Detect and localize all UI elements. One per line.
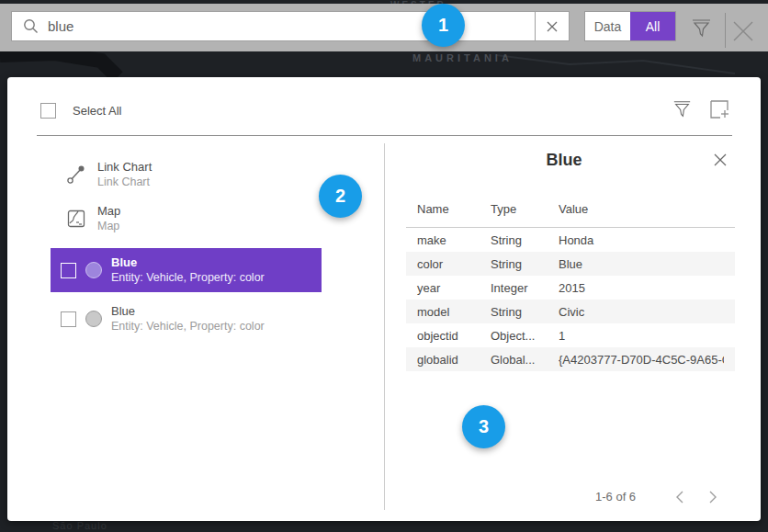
cell-value: {A4203777-D70D-4C5C-9A65-C... [559, 353, 724, 367]
cell-type: Integer [491, 281, 559, 295]
scope-option-data[interactable]: Data [585, 12, 630, 40]
cell-value: Honda [559, 233, 724, 247]
clear-search-button[interactable] [535, 12, 569, 40]
cell-type: String [491, 233, 559, 247]
list-detail-divider [384, 143, 385, 510]
result-title: Map [97, 204, 120, 219]
table-row: make String Honda [406, 228, 735, 252]
result-subtitle: Entity: Vehicle, Property: color [111, 270, 265, 285]
entity-circle-icon [85, 311, 102, 327]
attribute-table-header: Name Type Value [406, 197, 735, 227]
callout-badge-2: 2 [319, 175, 362, 218]
result-item-link-chart[interactable]: Link Chart Link Chart [66, 158, 152, 191]
result-item-map[interactable]: Map Map [66, 202, 120, 235]
cell-name: globalid [417, 353, 491, 367]
search-results-panel: Select All Link Chart Link Chart Map [7, 77, 761, 521]
previous-page-icon[interactable] [663, 491, 696, 504]
map-label-mauritania: MAURITANIA [412, 52, 513, 63]
callout-badge-3: 3 [462, 405, 505, 448]
detail-close-icon[interactable] [713, 153, 728, 171]
detail-title: Blue [399, 151, 729, 170]
scope-segmented-control: Data All [584, 11, 676, 41]
attribute-table: Name Type Value make String Honda color … [406, 197, 735, 371]
search-icon [23, 18, 39, 34]
result-title: Blue [111, 304, 265, 319]
cell-type: Global... [491, 353, 559, 367]
cell-type: String [491, 305, 559, 319]
cell-value: 1 [559, 329, 724, 343]
cell-name: make [417, 233, 491, 247]
link-chart-icon [66, 164, 86, 185]
scope-option-all[interactable]: All [630, 12, 675, 40]
filter-icon[interactable] [691, 17, 712, 43]
cell-name: model [417, 305, 491, 319]
cell-name: objectid [417, 329, 491, 343]
result-item-blue[interactable]: Blue Entity: Vehicle, Property: color [51, 297, 322, 341]
result-item-blue-selected[interactable]: Blue Entity: Vehicle, Property: color [51, 248, 322, 292]
table-row: year Integer 2015 [406, 276, 735, 300]
search-toolbar: blue Data All [0, 4, 768, 51]
select-all-checkbox[interactable] [40, 103, 56, 119]
result-subtitle: Entity: Vehicle, Property: color [111, 319, 265, 334]
cell-type: Object... [491, 329, 559, 343]
callout-badge-1: 1 [422, 4, 465, 47]
result-checkbox[interactable] [61, 311, 76, 327]
map-label-city: São Paulo [52, 520, 107, 531]
search-box: blue [11, 11, 570, 41]
result-subtitle: Link Chart [97, 175, 152, 189]
table-row: objectid Object... 1 [406, 323, 735, 347]
toolbar-divider [725, 13, 726, 48]
app-screen: WESTER MAURITANIA São Paulo blue Data Al… [0, 0, 768, 532]
add-to-selection-icon[interactable] [709, 99, 730, 123]
result-title: Blue [111, 255, 265, 270]
result-checkbox[interactable] [61, 263, 76, 278]
cell-name: year [417, 281, 491, 295]
column-header-type: Type [491, 202, 559, 216]
entity-circle-icon [85, 262, 102, 278]
table-row: color String Blue [406, 252, 735, 276]
pagination-label: 1-6 of 6 [595, 490, 636, 504]
table-row: globalid Global... {A4203777-D70D-4C5C-9… [406, 347, 735, 371]
column-header-value: Value [559, 202, 724, 216]
table-row: model String Civic [406, 300, 735, 323]
column-header-name: Name [417, 202, 491, 216]
select-all-label: Select All [73, 104, 121, 118]
cell-value: Civic [559, 305, 724, 319]
header-divider [37, 135, 732, 136]
pagination: 1-6 of 6 [595, 490, 729, 504]
cell-value: Blue [559, 257, 724, 271]
result-subtitle: Map [97, 219, 120, 233]
next-page-icon[interactable] [696, 491, 729, 504]
close-search-icon[interactable] [731, 19, 755, 47]
cell-type: String [491, 257, 559, 271]
cell-value: 2015 [559, 281, 724, 295]
cell-name: color [417, 257, 491, 271]
search-query-text: blue [48, 18, 73, 34]
result-title: Link Chart [97, 160, 152, 175]
results-filter-icon[interactable] [672, 99, 692, 123]
map-icon [66, 209, 86, 228]
select-all-row: Select All [40, 103, 121, 119]
